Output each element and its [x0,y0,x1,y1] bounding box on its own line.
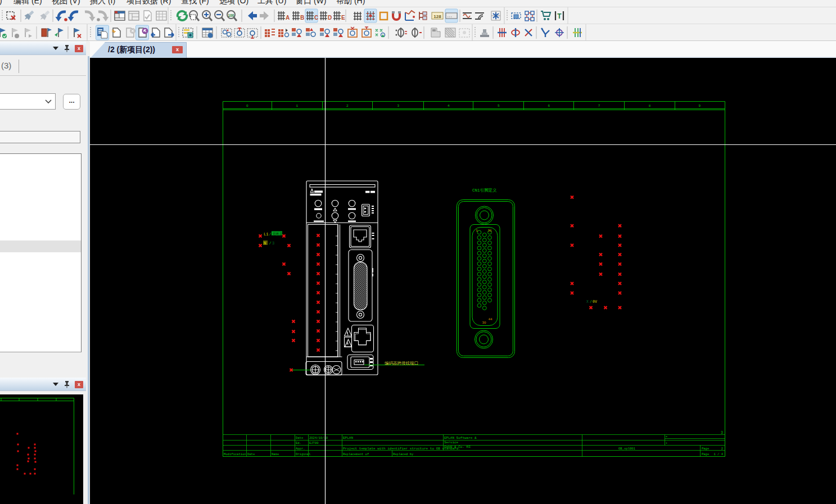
svg-text:E: E [341,15,345,21]
svg-text:B: B [300,15,304,21]
svg-text:1: 1 [476,229,478,233]
svg-text:Date: Date [296,436,303,440]
svg-text:1: 1 [296,104,298,108]
svg-text:EPLAN Software &: EPLAN Software & [444,436,477,440]
svg-text:/: / [269,241,272,246]
svg-text:Page: Page [702,447,709,451]
svg-text:CN1引脚定义: CN1引脚定义 [472,188,497,193]
svg-text:128: 128 [433,14,441,19]
svg-text:2: 2 [721,447,723,451]
svg-text:Date: Date [247,452,255,456]
svg-text:4: 4 [448,104,450,108]
svg-text:6: 6 [548,104,550,108]
svg-text:31: 31 [487,229,492,233]
svg-text:Service: Service [444,441,459,444]
svg-text:Page: Page [702,452,709,456]
svg-text:L1: L1 [264,232,268,237]
svg-text:GB_xpl001: GB_xpl001 [618,447,635,451]
svg-text:EJT00: EJT00 [309,441,319,445]
svg-text:3: 3 [272,241,274,246]
svg-text:熔断器: 熔断器 [273,231,283,236]
svg-text:Replaced by: Replaced by [393,452,414,456]
svg-text:3: 3 [721,431,723,435]
svg-text:Ed.: Ed. [296,441,301,445]
svg-text:编码器跨接线端口: 编码器跨接线端口 [385,361,418,366]
svg-text:X: X [586,300,589,304]
svg-text:Appr.: Appr. [296,447,305,451]
svg-text:T: T [557,12,562,20]
svg-text:=: = [666,435,667,439]
svg-text:0V: 0V [593,300,597,304]
svg-text:0: 0 [246,104,248,108]
svg-text:Name: Name [272,452,279,456]
svg-text:Modification: Modification [224,452,246,456]
svg-text:Project template with identifi: Project template with identifier structu… [343,447,460,451]
svg-text:7: 7 [598,104,600,108]
svg-text:9: 9 [698,104,701,108]
svg-text:100: 100 [228,13,234,17]
svg-text:A: A [286,15,290,21]
svg-text:1 / 4: 1 / 4 [713,452,723,456]
svg-text:EPLAN: EPLAN [343,436,353,440]
svg-text:8: 8 [649,104,651,108]
svg-text:3: 3 [397,104,399,108]
svg-text:/: / [269,232,272,237]
svg-text:/: / [590,300,592,304]
svg-text:Original: Original [296,452,310,456]
svg-text:5: 5 [498,104,500,108]
svg-text:C: C [314,15,318,21]
svg-text:N: N [264,241,266,246]
svg-text:Replacement of: Replacement of [343,452,369,456]
svg-text:2: 2 [346,104,349,108]
svg-text:+: + [666,442,667,445]
svg-text:44: 44 [488,317,492,321]
svg-text:30: 30 [482,321,486,325]
svg-text:D: D [328,15,332,21]
svg-text:GmbH & Co. KG: GmbH & Co. KG [444,445,471,449]
